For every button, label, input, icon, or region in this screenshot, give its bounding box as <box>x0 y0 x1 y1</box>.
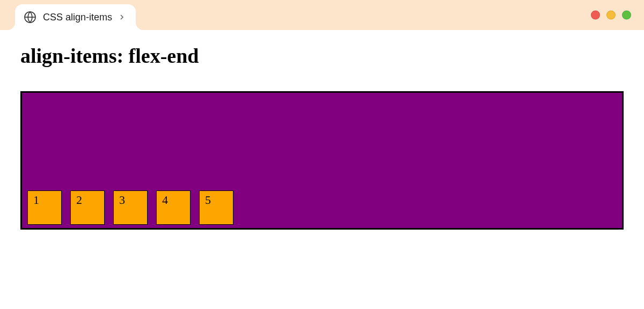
page-title: align-items: flex-end <box>20 44 624 68</box>
flex-item: 5 <box>199 190 233 225</box>
browser-chrome: CSS align-items <box>0 0 644 30</box>
flex-item: 4 <box>156 190 191 225</box>
globe-icon <box>24 11 36 24</box>
window-controls <box>591 11 631 20</box>
close-icon[interactable] <box>591 11 600 20</box>
chevron-right-icon <box>119 12 125 23</box>
maximize-icon[interactable] <box>622 11 631 20</box>
flex-item: 1 <box>27 190 62 225</box>
minimize-icon[interactable] <box>606 11 616 20</box>
tab-title: CSS align-items <box>43 12 112 23</box>
browser-tab[interactable]: CSS align-items <box>15 4 136 30</box>
flex-item: 3 <box>113 190 148 225</box>
flex-item: 2 <box>70 190 105 225</box>
flex-container: 1 2 3 4 5 <box>20 91 624 230</box>
page-content: align-items: flex-end 1 2 3 4 5 <box>0 30 644 244</box>
